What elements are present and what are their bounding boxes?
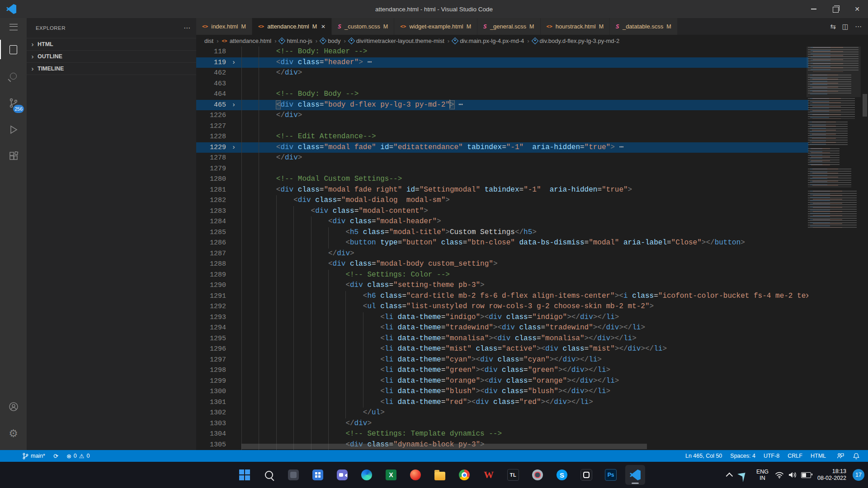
line-number: 464 [196,89,226,100]
taskbar-chevron-up-icon[interactable] [726,472,733,479]
wps-taskbar-icon[interactable]: W [479,465,499,485]
close-tab-icon[interactable]: ✕ [321,23,326,30]
time: 18:13 [817,468,846,475]
start-taskbar-icon[interactable] [235,465,255,485]
tab-_datatable.scss[interactable]: S_datatable.scssM [610,18,678,35]
photoshop-taskbar-icon[interactable]: Ps [601,465,621,485]
sidebar-item-source-control[interactable]: 256 [0,89,27,116]
tab-label: _datatable.scss [623,23,663,30]
horizontal-scrollbar[interactable] [241,444,647,449]
breadcrumb-item[interactable]: <>attendance.html [222,38,272,44]
code-line-1302: 1302</ul> [196,408,808,418]
chrome-taskbar-icon[interactable] [454,465,474,485]
line-number: 1292 [196,301,226,312]
breadcrumb-separator: › [316,38,317,44]
browser-taskbar-icon[interactable] [406,465,425,485]
modified-badge: M [312,23,317,30]
windows-taskbar: XWTLSPs ENG IN 18:13 08-0 [0,462,868,488]
menu-button[interactable] [0,18,27,36]
sidebar-item-explorer[interactable] [0,36,27,63]
close-button[interactable] [846,0,868,18]
breadcrumb-item[interactable]: body [321,38,340,44]
sidebar-item-extensions[interactable] [0,143,27,169]
symbol-class-icon [531,37,538,44]
breadcrumb-item[interactable]: html.no-js [279,38,312,44]
settings-button[interactable]: ⚙ [0,420,27,446]
tab-attendance.html[interactable]: <>attendance.htmlM✕ [252,18,332,35]
minimap[interactable] [807,47,861,450]
tab-_custom.scss[interactable]: S_custom.scssM [332,18,394,35]
notification-count-badge[interactable]: 17 [853,469,864,481]
problems-status[interactable]: ⊗ 0 ⚠ 0 [62,453,94,460]
clock[interactable]: 18:13 08-02-2022 [817,468,846,482]
accounts-button[interactable] [0,393,27,420]
language-line1: ENG [756,469,769,475]
explorer-more-actions-icon[interactable]: ⋯ [184,24,191,32]
restore-button[interactable] [825,0,846,18]
edge-taskbar-icon[interactable] [357,465,377,485]
line-number: 1303 [196,418,226,429]
fold-chevron-icon[interactable]: › [230,100,238,111]
vertical-scrollbar[interactable] [863,94,867,117]
more-actions-icon[interactable]: ⋯ [855,23,862,31]
task-view-taskbar-icon[interactable] [283,465,303,485]
code-line-1296: 1296<li data-theme="mist" class="active"… [196,344,808,355]
location-arrow-icon[interactable] [737,468,752,482]
sidebar-item-search[interactable] [0,63,27,89]
status-item[interactable]: UTF-8 [760,453,783,459]
skype-taskbar-icon[interactable]: S [552,465,572,485]
vscode-taskbar-icon[interactable] [625,465,645,485]
teams-chat-taskbar-icon[interactable] [332,465,352,485]
split-editor-icon[interactable]: ◫ [842,23,849,31]
status-item[interactable]: CRLF [783,453,807,459]
code-line-1282: 1282<div class="modal-dialog modal-sm"> [196,195,808,206]
explorer-section-outline[interactable]: › OUTLINE [27,50,196,62]
status-item[interactable]: HTML [807,453,830,459]
sidebar-item-run-debug[interactable] [0,116,27,143]
explorer-sidebar: EXPLORER ⋯ › HTML › OUTLINE › TIMELINE [27,18,196,450]
excel-taskbar-icon[interactable]: X [381,465,401,485]
breadcrumb-item[interactable]: dist [204,38,213,44]
code-line-1303: 1303</div> [196,418,808,429]
open-changes-icon[interactable]: ⇆ [830,23,836,31]
fold-chevron-icon[interactable]: › [230,57,238,68]
system-tray-icons[interactable] [775,471,811,479]
scm-badge: 256 [13,105,24,113]
file-explorer-taskbar-icon[interactable] [430,465,450,485]
tab-index.html[interactable]: <>index.htmlM [196,18,252,35]
language-line2: IN [756,475,769,481]
line-number: 1289 [196,270,226,281]
tl-app-taskbar-icon[interactable]: TL [503,465,523,485]
code-editor[interactable]: 118<!-- Body: Header -->119›<div class="… [196,47,808,450]
explorer-section-timeline[interactable]: › TIMELINE [27,62,196,75]
notifications-button[interactable] [849,453,863,460]
status-item[interactable]: Ln 465, Col 50 [681,453,726,459]
language-indicator[interactable]: ENG IN [756,469,769,481]
widgets-taskbar-icon[interactable] [308,465,328,485]
breadcrumb-item[interactable]: div.main.px-lg-4.px-md-4 [453,38,524,44]
breadcrumb-item[interactable]: div.body.d-flex.py-lg-3.py-md-2 [533,38,620,44]
tab-_general.scss[interactable]: S_general.scssM [477,18,540,35]
search-taskbar-icon[interactable] [259,465,279,485]
fold-chevron-icon[interactable]: › [230,142,238,153]
symbol-class-icon [278,37,286,44]
html-file-icon: <> [258,23,264,29]
activity-bar: 256 [0,18,27,450]
status-item[interactable]: Spaces: 4 [726,453,760,459]
line-number: 1281 [196,185,226,196]
feedback-button[interactable] [833,453,848,459]
sync-button[interactable]: ⟳ [49,453,62,460]
breadcrumb-item[interactable]: div#timetracker-layout.theme-mist [349,38,444,44]
camera-taskbar-icon[interactable] [528,465,547,485]
line-number: 1298 [196,365,226,376]
tab-hourstrack.html[interactable]: <>hourstrack.htmlM [541,18,610,35]
code-line-1297: 1297<li data-theme="cyan"><div class="cy… [196,355,808,366]
explorer-section-html[interactable]: › HTML [27,38,196,50]
minimize-button[interactable] [803,0,825,18]
battery-icon [801,472,811,478]
feedback-icon [837,453,844,459]
tab-widget-example.html[interactable]: <>widget-example.htmlM [394,18,477,35]
git-branch-status[interactable]: main* [18,453,49,460]
capture-taskbar-icon[interactable] [576,465,596,485]
tab-label: hourstrack.html [556,23,596,30]
